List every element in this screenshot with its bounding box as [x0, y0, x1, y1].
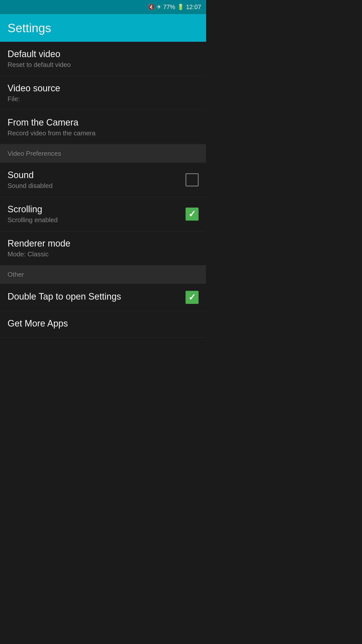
page-title: Settings — [8, 21, 51, 35]
other-header: Other — [0, 265, 206, 284]
sound-subtitle: Sound disabled — [8, 182, 186, 190]
status-bar: 🔇 ✈ 77% 🔋 12:07 — [0, 0, 206, 14]
from-camera-subtitle: Record video from the camera — [8, 129, 199, 137]
renderer-mode-subtitle: Mode: Classic — [8, 250, 199, 258]
video-source-subtitle: File: — [8, 95, 199, 103]
renderer-mode-item[interactable]: Renderer mode Mode: Classic — [0, 231, 206, 265]
scrolling-subtitle: Scrolling enabled — [8, 216, 186, 224]
sound-text: Sound Sound disabled — [8, 170, 186, 190]
default-video-item[interactable]: Default video Reset to default video — [0, 42, 206, 76]
get-more-apps-text: Get More Apps — [8, 318, 199, 330]
scrolling-text: Scrolling Scrolling enabled — [8, 204, 186, 224]
status-bar-icons: 🔇 ✈ 77% 🔋 12:07 — [148, 4, 201, 11]
get-more-apps-item[interactable]: Get More Apps — [0, 311, 206, 338]
double-tap-item[interactable]: Double Tap to open Settings ✓ — [0, 284, 206, 311]
from-camera-item[interactable]: From the Camera Record video from the ca… — [0, 110, 206, 144]
default-video-subtitle: Reset to default video — [8, 61, 199, 69]
double-tap-text: Double Tap to open Settings — [8, 291, 186, 303]
battery-icon: 🔋 — [177, 4, 184, 10]
mute-icon: 🔇 — [148, 4, 155, 10]
checkmark-icon: ✓ — [188, 210, 196, 219]
from-camera-text: From the Camera Record video from the ca… — [8, 117, 199, 137]
video-source-text: Video source File: — [8, 83, 199, 103]
default-video-title: Default video — [8, 49, 199, 59]
video-preferences-header: Video Preferences — [0, 144, 206, 163]
other-header-text: Other — [8, 271, 24, 278]
double-tap-title: Double Tap to open Settings — [8, 291, 186, 302]
video-source-title: Video source — [8, 83, 199, 94]
app-bar: Settings — [0, 14, 206, 42]
default-video-text: Default video Reset to default video — [8, 49, 199, 69]
airplane-icon: ✈ — [157, 4, 161, 10]
video-preferences-header-text: Video Preferences — [8, 150, 61, 157]
scrolling-checkbox[interactable]: ✓ — [186, 208, 199, 221]
video-source-item[interactable]: Video source File: — [0, 76, 206, 110]
scrolling-title: Scrolling — [8, 204, 186, 215]
sound-item[interactable]: Sound Sound disabled — [0, 163, 206, 197]
sound-checkbox[interactable] — [186, 173, 199, 186]
time-display: 12:07 — [186, 4, 201, 11]
scrolling-item[interactable]: Scrolling Scrolling enabled ✓ — [0, 197, 206, 231]
battery-percentage: 77% — [163, 4, 175, 11]
checkmark-icon-2: ✓ — [188, 293, 196, 302]
renderer-mode-title: Renderer mode — [8, 238, 199, 249]
renderer-mode-text: Renderer mode Mode: Classic — [8, 238, 199, 258]
from-camera-title: From the Camera — [8, 117, 199, 128]
get-more-apps-title: Get More Apps — [8, 318, 199, 329]
sound-title: Sound — [8, 170, 186, 180]
double-tap-checkbox[interactable]: ✓ — [186, 291, 199, 304]
